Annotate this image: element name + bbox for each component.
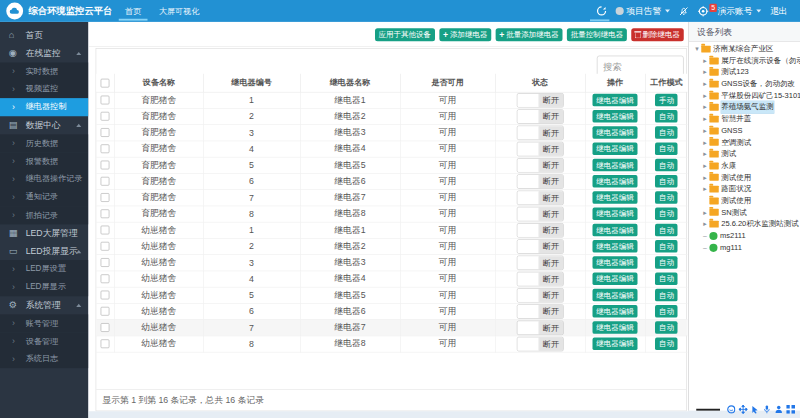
- row-checkbox[interactable]: [101, 128, 110, 137]
- state-toggle[interactable]: 断开: [517, 190, 564, 204]
- account-menu[interactable]: 演示账号: [718, 5, 762, 16]
- delete-relay-button[interactable]: 删除继电器: [631, 28, 684, 41]
- tree-node[interactable]: ▸空调测试: [689, 137, 800, 149]
- ime-mic-icon[interactable]: [763, 405, 772, 414]
- relay-edit-button[interactable]: 继电器编辑: [593, 126, 638, 139]
- work-mode-button[interactable]: 自动: [655, 338, 678, 351]
- tree-expander-icon[interactable]: ▸: [701, 207, 710, 219]
- state-toggle[interactable]: 断开: [517, 304, 564, 318]
- mute-alarm-icon[interactable]: [679, 6, 689, 16]
- work-mode-button[interactable]: 自动: [655, 256, 678, 269]
- tree-node[interactable]: ▸GNSS设备，勿动勿改: [689, 78, 800, 90]
- relay-edit-button[interactable]: 继电器编辑: [593, 143, 638, 156]
- state-toggle[interactable]: 断开: [517, 272, 564, 286]
- sidebar-item-account-management[interactable]: ›账号管理: [0, 314, 88, 332]
- work-mode-button[interactable]: 自动: [655, 110, 678, 123]
- work-mode-button[interactable]: 自动: [655, 175, 678, 188]
- ime-cursor-icon[interactable]: [751, 405, 760, 414]
- tree-node[interactable]: ▸智慧井盖: [689, 113, 800, 125]
- row-checkbox[interactable]: [101, 161, 110, 170]
- sidebar-item-online-monitoring[interactable]: ◉在线监控: [0, 44, 88, 62]
- work-mode-button[interactable]: 手动: [655, 94, 678, 107]
- tree-expander-icon[interactable]: ▸: [701, 78, 710, 90]
- state-toggle[interactable]: 断开: [517, 109, 564, 123]
- relay-edit-button[interactable]: 继电器编辑: [593, 240, 638, 253]
- tree-expander-icon[interactable]: ▸: [701, 66, 710, 78]
- sidebar-item-led-projection-display[interactable]: ▭LED投屏显示: [0, 242, 88, 260]
- tree-node[interactable]: ▸永康: [689, 160, 800, 172]
- row-checkbox[interactable]: [101, 96, 110, 105]
- logout-button[interactable]: 退出: [770, 5, 788, 16]
- work-mode-button[interactable]: 自动: [655, 321, 678, 334]
- row-checkbox[interactable]: [101, 323, 110, 332]
- tree-node[interactable]: 测试使用: [689, 195, 800, 207]
- sidebar-item-relay-control[interactable]: ›继电器控制: [0, 98, 88, 116]
- state-toggle[interactable]: 断开: [517, 125, 564, 139]
- tree-node[interactable]: –mg111: [689, 242, 800, 254]
- row-checkbox[interactable]: [101, 144, 110, 153]
- tree-expander-icon[interactable]: ▸: [701, 172, 710, 184]
- tree-node[interactable]: ▸测试使用: [689, 172, 800, 184]
- tree-node[interactable]: ▸平煤股份四矿己15-31010: [689, 90, 800, 102]
- tree-expander-icon[interactable]: ▸: [701, 183, 710, 195]
- relay-edit-button[interactable]: 继电器编辑: [593, 159, 638, 172]
- state-toggle[interactable]: 断开: [517, 239, 564, 253]
- state-toggle[interactable]: 断开: [517, 174, 564, 188]
- sidebar-item-snapshot-log[interactable]: ›抓拍记录: [0, 206, 88, 224]
- ime-move-icon[interactable]: [739, 405, 748, 414]
- sidebar-item-alarm-data[interactable]: ›报警数据: [0, 152, 88, 170]
- work-mode-button[interactable]: 自动: [655, 159, 678, 172]
- ime-user-icon[interactable]: [774, 405, 783, 414]
- sidebar-item-realtime-data[interactable]: ›实时数据: [0, 62, 88, 80]
- sidebar-item-relay-operation-log[interactable]: ›继电器操作记录: [0, 170, 88, 188]
- state-toggle[interactable]: 断开: [517, 223, 564, 237]
- relay-edit-button[interactable]: 继电器编辑: [593, 175, 638, 188]
- relay-edit-button[interactable]: 继电器编辑: [593, 256, 638, 269]
- work-mode-button[interactable]: 自动: [655, 126, 678, 139]
- row-checkbox[interactable]: [101, 242, 110, 251]
- relay-edit-button[interactable]: 继电器编辑: [593, 305, 638, 318]
- tree-node[interactable]: ▸SN测试: [689, 207, 800, 219]
- tree-expander-icon[interactable]: ▸: [701, 125, 710, 137]
- tree-node[interactable]: ▸路面状况: [689, 183, 800, 195]
- work-mode-button[interactable]: 自动: [655, 224, 678, 237]
- state-toggle[interactable]: 断开: [517, 255, 564, 269]
- batch-control-relay-button[interactable]: 批量控制继电器: [567, 28, 627, 41]
- apply-to-other-devices-button[interactable]: 应用于其他设备: [375, 28, 435, 41]
- tree-node[interactable]: ▸测试: [689, 148, 800, 160]
- relay-edit-button[interactable]: 继电器编辑: [593, 289, 638, 302]
- row-checkbox[interactable]: [101, 209, 110, 218]
- state-toggle[interactable]: 断开: [517, 320, 564, 334]
- nav-tab-bigscreen[interactable]: 大屏可视化: [150, 0, 208, 22]
- tree-expander-icon[interactable]: ▸: [701, 55, 710, 67]
- row-checkbox[interactable]: [101, 258, 110, 267]
- tree-node[interactable]: ▸养殖场氨气监测: [689, 102, 800, 114]
- relay-edit-button[interactable]: 继电器编辑: [593, 224, 638, 237]
- sidebar-item-system-log[interactable]: ›系统日志: [0, 350, 88, 368]
- work-mode-button[interactable]: 自动: [655, 273, 678, 286]
- tree-node[interactable]: ▾济南某综合产业区: [689, 43, 800, 55]
- tree-expander-icon[interactable]: ▾: [693, 43, 702, 55]
- state-toggle[interactable]: 断开: [517, 93, 564, 107]
- batch-add-relay-button[interactable]: +批量添加继电器: [496, 28, 563, 41]
- row-checkbox[interactable]: [101, 274, 110, 283]
- tree-expander-icon[interactable]: ▸: [701, 160, 710, 172]
- tree-expander-icon[interactable]: ▸: [701, 90, 710, 102]
- relay-edit-button[interactable]: 继电器编辑: [593, 208, 638, 221]
- sidebar-item-led-screen-display[interactable]: ›LED屏显示: [0, 278, 88, 296]
- row-checkbox[interactable]: [101, 193, 110, 202]
- state-toggle[interactable]: 断开: [517, 142, 564, 156]
- relay-edit-button[interactable]: 继电器编辑: [593, 273, 638, 286]
- row-checkbox[interactable]: [101, 226, 110, 235]
- work-mode-button[interactable]: 自动: [655, 289, 678, 302]
- select-all-checkbox[interactable]: [101, 79, 110, 88]
- tree-node[interactable]: ▸GNSS: [689, 125, 800, 137]
- row-checkbox[interactable]: [101, 307, 110, 316]
- row-checkbox[interactable]: [101, 177, 110, 186]
- work-mode-button[interactable]: 自动: [655, 305, 678, 318]
- tree-node[interactable]: ▸展厅在线演示设备（勿动）: [689, 55, 800, 67]
- sidebar-item-led-bigscreen-management[interactable]: ▦LED大屏管理: [0, 224, 88, 242]
- work-mode-button[interactable]: 自动: [655, 208, 678, 221]
- sidebar-item-system-management[interactable]: ⚙系统管理: [0, 296, 88, 314]
- tree-expander-icon[interactable]: ▸: [701, 102, 710, 114]
